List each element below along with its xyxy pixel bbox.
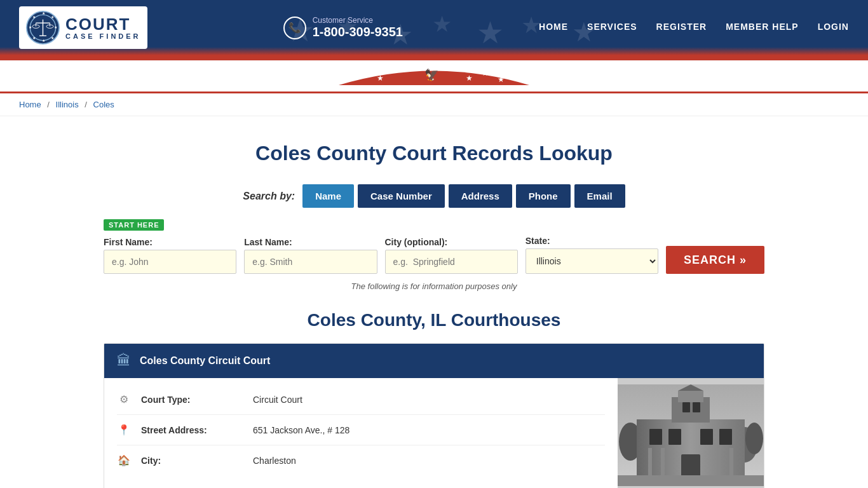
svg-text:★: ★: [32, 36, 36, 40]
search-button[interactable]: SEARCH »: [666, 246, 764, 274]
ribbon-bar: [0, 55, 868, 60]
eagle-ribbon: ★ ★ ★ 🦅 ★ ★ ★: [0, 60, 868, 93]
svg-rect-42: [719, 429, 732, 445]
city-detail-label: City:: [141, 456, 243, 466]
logo-emblem: ★ ★ ★ ★ ★ ★ ★ ★: [25, 10, 60, 45]
svg-text:★: ★: [42, 11, 45, 15]
search-by-label: Search by:: [243, 191, 295, 202]
courthouse-body: ⚙ Court Type: Circuit Court 📍 Street Add…: [104, 378, 764, 488]
state-field: State: Illinois Alabama Alaska Arizona A…: [526, 236, 658, 274]
address-value: 651 Jackson Ave., # 128: [253, 425, 349, 435]
courthouse-details: ⚙ Court Type: Circuit Court 📍 Street Add…: [104, 378, 618, 488]
phone-icon: 📞: [283, 17, 306, 39]
logo-box: ★ ★ ★ ★ ★ ★ ★ ★ COURT CASE FINDER: [19, 6, 147, 49]
city-field: City (optional):: [385, 237, 518, 274]
svg-point-34: [745, 423, 763, 454]
breadcrumb-sep-1: /: [47, 100, 50, 109]
svg-text:★: ★: [51, 36, 54, 40]
nav-register[interactable]: REGISTER: [656, 22, 707, 34]
svg-rect-46: [648, 448, 652, 477]
svg-text:★: ★: [32, 15, 36, 19]
address-label: Street Address:: [141, 425, 243, 435]
breadcrumb-sep-2: /: [85, 100, 87, 109]
court-type-icon: ⚙: [117, 393, 131, 405]
svg-text:★: ★: [42, 38, 45, 43]
customer-service-text: Customer Service 1-800-309-9351: [313, 16, 403, 39]
svg-text:★: ★: [466, 74, 473, 83]
main-content: Coles County Court Records Lookup Search…: [85, 116, 783, 488]
svg-text:★: ★: [54, 25, 57, 29]
last-name-label: Last Name:: [244, 237, 377, 247]
svg-rect-39: [649, 429, 662, 445]
courthouse-header: 🏛 Coles County Circuit Court: [104, 344, 764, 378]
search-form-row: First Name: Last Name: City (optional): …: [104, 236, 764, 274]
breadcrumb-home[interactable]: Home: [19, 100, 41, 109]
svg-text:★: ★: [432, 11, 452, 36]
breadcrumb-illinois[interactable]: Illinois: [56, 100, 79, 109]
city-detail-value: Charleston: [253, 456, 296, 466]
svg-text:★: ★: [51, 15, 54, 19]
city-input[interactable]: [385, 250, 518, 274]
detail-row-court-type: ⚙ Court Type: Circuit Court: [117, 384, 605, 415]
svg-rect-48: [717, 448, 721, 477]
customer-service: 📞 Customer Service 1-800-309-9351: [283, 16, 403, 39]
svg-rect-44: [693, 402, 700, 412]
svg-text:★: ★: [361, 69, 368, 78]
nav-home[interactable]: HOME: [539, 22, 568, 34]
tab-address[interactable]: Address: [449, 184, 512, 208]
detail-row-city: 🏠 City: Charleston: [117, 445, 605, 475]
svg-text:★: ★: [29, 25, 32, 29]
logo-text: COURT CASE FINDER: [65, 16, 141, 40]
svg-rect-41: [700, 429, 713, 445]
detail-row-address: 📍 Street Address: 651 Jackson Ave., # 12…: [117, 415, 605, 445]
start-here-badge: START HERE: [104, 219, 164, 231]
customer-service-phone: 1-800-309-9351: [313, 25, 403, 39]
info-note: The following is for information purpose…: [104, 281, 764, 291]
state-label: State:: [526, 236, 658, 246]
svg-rect-43: [682, 402, 690, 412]
courthouse-image: [618, 378, 764, 488]
search-section: Search by: Name Case Number Address Phon…: [104, 184, 764, 291]
nav-login[interactable]: LOGIN: [818, 22, 849, 34]
court-type-value: Circuit Court: [253, 395, 302, 405]
address-icon: 📍: [117, 424, 131, 436]
breadcrumb: Home / Illinois / Coles: [0, 93, 868, 116]
breadcrumb-coles[interactable]: Coles: [93, 100, 114, 109]
search-by-row: Search by: Name Case Number Address Phon…: [104, 184, 764, 208]
svg-rect-37: [678, 391, 703, 402]
first-name-label: First Name:: [104, 237, 236, 247]
site-header: ★ ★ ★ ★ ★ ★ ★ ★ ★ ★ ★ ★ ★ ★ ★: [0, 0, 868, 55]
nav-services[interactable]: SERVICES: [587, 22, 637, 34]
svg-text:★: ★: [498, 75, 505, 84]
last-name-field: Last Name:: [244, 237, 377, 274]
state-select[interactable]: Illinois Alabama Alaska Arizona Arkansas…: [526, 248, 658, 274]
svg-text:🦅: 🦅: [424, 68, 439, 82]
page-title: Coles County Court Records Lookup: [104, 142, 764, 165]
svg-rect-45: [681, 454, 700, 477]
courthouse-name-link[interactable]: Coles County Circuit Court: [140, 355, 270, 367]
court-type-label: Court Type:: [141, 395, 243, 405]
nav-member-help[interactable]: MEMBER HELP: [726, 22, 798, 34]
city-label: City (optional):: [385, 237, 518, 247]
last-name-input[interactable]: [244, 250, 377, 274]
courthouse-card: 🏛 Coles County Circuit Court ⚙ Court Typ…: [104, 343, 764, 488]
logo-case-finder-text: CASE FINDER: [65, 32, 141, 40]
first-name-input[interactable]: [104, 250, 236, 274]
nav-menu: HOME SERVICES REGISTER MEMBER HELP LOGIN: [539, 22, 849, 34]
tab-phone[interactable]: Phone: [516, 184, 571, 208]
tab-name[interactable]: Name: [302, 184, 354, 208]
customer-service-label: Customer Service: [313, 16, 403, 25]
tab-case-number[interactable]: Case Number: [358, 184, 445, 208]
svg-rect-40: [668, 429, 681, 445]
svg-text:★: ★: [345, 75, 352, 84]
svg-rect-49: [729, 448, 733, 477]
eagle-banner-svg: ★ ★ ★ 🦅 ★ ★ ★: [339, 63, 529, 87]
svg-rect-50: [618, 475, 764, 486]
svg-text:★: ★: [482, 69, 489, 78]
first-name-field: First Name:: [104, 237, 236, 274]
logo-area: ★ ★ ★ ★ ★ ★ ★ ★ COURT CASE FINDER: [19, 6, 147, 49]
svg-text:★: ★: [377, 74, 384, 83]
courthouse-building-svg: [618, 384, 764, 486]
logo-court-text: COURT: [65, 16, 141, 32]
tab-email[interactable]: Email: [574, 184, 625, 208]
